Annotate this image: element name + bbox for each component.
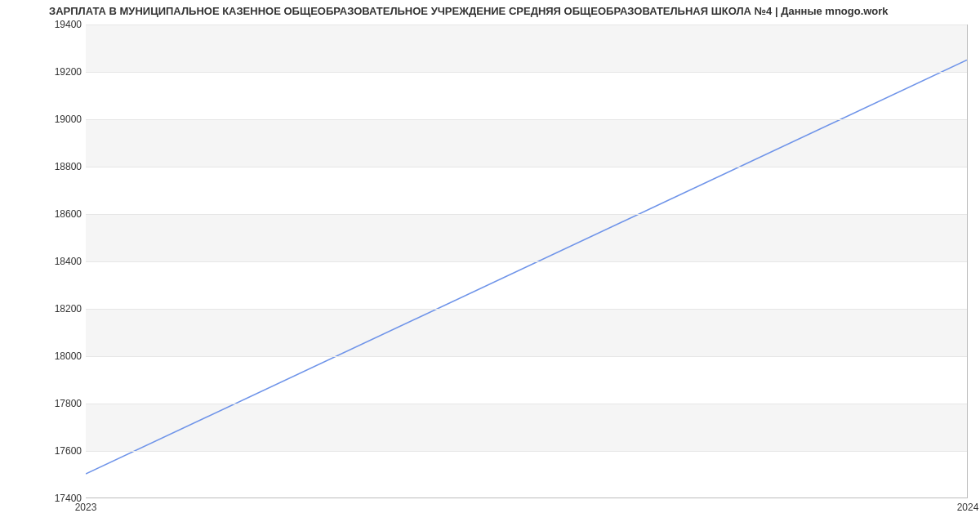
y-tick-label: 19200 <box>33 66 82 78</box>
y-tick-label: 18000 <box>33 350 82 362</box>
gridline <box>86 309 967 310</box>
chart-title: ЗАРПЛАТА В МУНИЦИПАЛЬНОЕ КАЗЕННОЕ ОБЩЕОБ… <box>49 5 972 17</box>
gridline <box>86 356 967 357</box>
gridline <box>86 72 967 73</box>
y-tick-label: 18800 <box>33 161 82 172</box>
x-tick-label: 2023 <box>75 502 97 513</box>
y-tick-label: 17600 <box>33 445 82 457</box>
y-tick-label: 19000 <box>33 114 82 125</box>
plot-area <box>86 25 968 498</box>
gridline <box>86 261 967 262</box>
x-tick-label: 2024 <box>957 502 979 513</box>
gridline <box>86 404 967 404</box>
y-tick-label: 19400 <box>33 19 82 30</box>
gridline <box>86 25 967 25</box>
y-tick-label: 17800 <box>33 398 82 409</box>
chart-container: ЗАРПЛАТА В МУНИЦИПАЛЬНОЕ КАЗЕННОЕ ОБЩЕОБ… <box>0 0 980 531</box>
y-tick-label: 18600 <box>33 208 82 220</box>
gridline <box>86 119 967 120</box>
gridline <box>86 451 967 452</box>
gridline <box>86 214 967 215</box>
y-tick-label: 18400 <box>33 256 82 267</box>
gridline <box>86 167 967 167</box>
y-tick-label: 18200 <box>33 303 82 315</box>
